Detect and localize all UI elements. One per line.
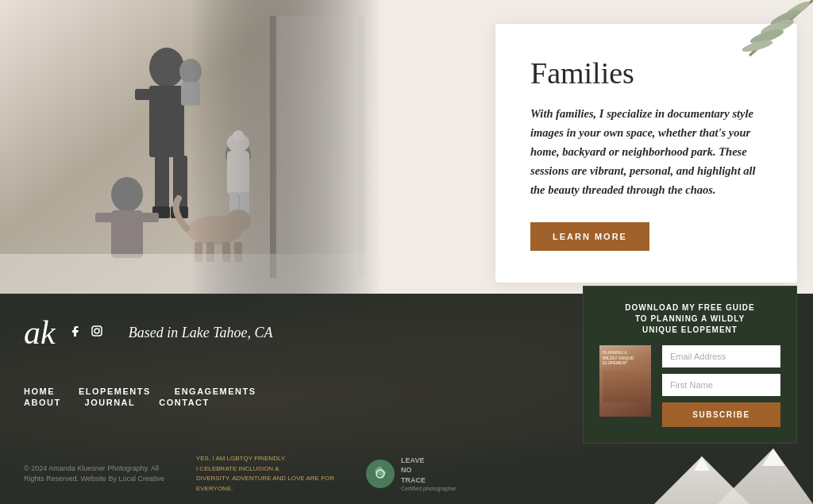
social-icons [68, 325, 103, 340]
nav-about[interactable]: ABOUT [24, 398, 61, 407]
nav-journal[interactable]: JOURNAL [85, 398, 136, 407]
footer-bottom: © 2024 Amanda Kluesner Photography. All … [0, 444, 813, 504]
logo-area: ak Based in Lake Tahoe, CA [24, 316, 272, 349]
copyright-text: © 2024 Amanda Kluesner Photography. All … [24, 464, 164, 485]
learn-more-button[interactable]: LEARN MORE [530, 222, 649, 251]
nav-engagements[interactable]: ENGAGEMENTS [175, 387, 256, 396]
svg-point-40 [94, 329, 99, 333]
email-input[interactable] [662, 345, 780, 367]
footer-location: Based in Lake Tahoe, CA [129, 325, 273, 341]
footer-section: DOWNLOAD MY FREE GUIDE TO PLANNING A WIL… [0, 294, 813, 504]
lnt-circle [366, 460, 395, 488]
nav-contact[interactable]: CONTACT [159, 398, 209, 407]
first-name-input[interactable] [662, 374, 780, 396]
svg-rect-32 [0, 0, 381, 294]
top-section: Families With families, I specialize in … [0, 0, 813, 294]
guide-inner: PLANNING AWILDLY UNIQUEELOPEMENT SUBSCRI… [599, 345, 780, 427]
svg-point-41 [99, 328, 100, 329]
nav-elopements[interactable]: ELOPEMENTS [79, 387, 151, 396]
facebook-icon[interactable] [68, 325, 81, 340]
card-body: With families, I specialize in documenta… [530, 105, 762, 200]
guide-book-image: PLANNING AWILDLY UNIQUEELOPEMENT [599, 345, 651, 417]
guide-download-widget: DOWNLOAD MY FREE GUIDE TO PLANNING A WIL… [583, 286, 797, 444]
guide-title: DOWNLOAD MY FREE GUIDE TO PLANNING A WIL… [599, 302, 780, 336]
pine-branch-decoration [718, 0, 813, 79]
lnt-text: leave no trace Certified photographer [401, 456, 457, 494]
nav-home[interactable]: HOME [24, 387, 55, 396]
guide-form: SUBSCRIBE [662, 345, 780, 427]
svg-rect-39 [92, 326, 102, 336]
lgbtq-text: YES, I AM LGBTQY FRIENDLY. I CELEBRATE I… [196, 454, 334, 494]
subscribe-button[interactable]: SUBSCRIBE [662, 402, 780, 427]
leave-no-trace-badge: leave no trace Certified photographer [366, 456, 457, 494]
logo: ak [24, 316, 56, 349]
family-photo [0, 0, 381, 294]
instagram-icon[interactable] [91, 325, 103, 340]
